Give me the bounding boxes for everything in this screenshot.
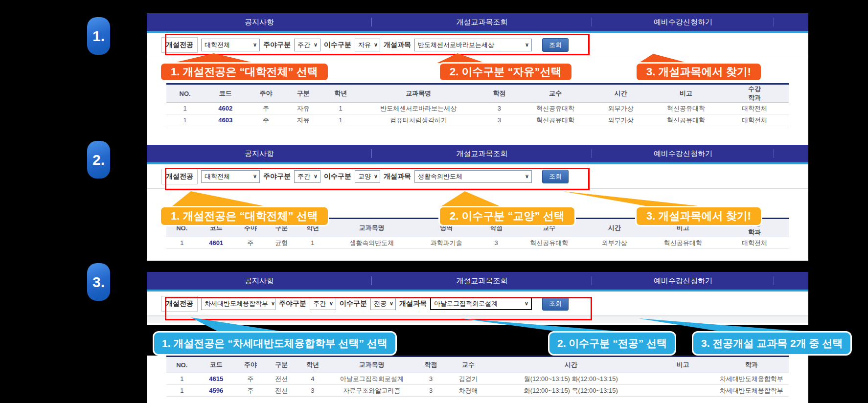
table-cell: 주 [247, 103, 284, 114]
callout-step1-major: 1. 개설전공은 “차세대반도체융합학부 선택” 선택 [153, 331, 397, 356]
table-cell: 차세대반도체융합학부 [714, 373, 789, 385]
tab-course-search[interactable]: 개설교과목조회 [372, 145, 592, 162]
nav-bar: 공지사항 개설교과목조회 예비수강신청하기 [147, 272, 808, 290]
column-header: 코드 [204, 84, 247, 103]
results-table-zone: NO.코드주야구분학년교과목명학점교수시간비고학과14615주전선4아날로그집적… [166, 356, 789, 397]
table-cell: 주 [235, 385, 266, 397]
table-cell [652, 385, 714, 397]
table-cell: 3 [297, 385, 328, 397]
table-cell: 차세대반도체융합학부 [714, 385, 789, 397]
column-header: 구분 [285, 84, 322, 103]
column-header: 시간 [590, 84, 652, 103]
table-row: 14602주자유1반도체센서로바라보는세상3혁신공유대학외부가상혁신공유대학대학… [166, 103, 789, 114]
table-cell: 반도체센서로바라보는세상 [359, 103, 478, 114]
table-cell: 생활속의반도체 [328, 237, 415, 249]
table-row: 14601주균형1생활속의반도체과학과기술3혁신공유대학외부가상혁신공유대학대학… [166, 237, 789, 249]
column-header: 교과목명 [359, 84, 478, 103]
table-cell: 화(12:00~13:15) 목(12:00~13:15) [490, 385, 652, 397]
column-header: NO. [166, 84, 204, 103]
table-cell: 외부가상 [590, 114, 652, 126]
table-row: 14615주전선4아날로그집적회로설계3김경기월(12:00~13:15) 화(… [166, 373, 789, 385]
table-cell: 전선 [266, 385, 297, 397]
course-table: NO.코드주야구분학년교과목명학점교수시간비고수강 학과14602주자유1반도체… [166, 83, 789, 126]
column-header: 시간 [490, 357, 652, 373]
nav-separator [774, 18, 774, 26]
screenshot-panel-3-table: NO.코드주야구분학년교과목명학점교수시간비고학과14615주전선4아날로그집적… [147, 356, 808, 403]
table-cell: 자유 [285, 103, 322, 114]
table-cell: 3 [415, 385, 447, 397]
step-3-badge: 3. [87, 263, 110, 301]
table-cell: 혁신공유대학 [652, 103, 720, 114]
column-header: 교수 [521, 84, 590, 103]
tab-notice[interactable]: 공지사항 [147, 13, 372, 31]
table-cell: 아날로그집적회로설계 [328, 373, 415, 385]
table-header-row: NO.코드주야구분학년교과목명학점교수시간비고학과 [166, 357, 789, 373]
course-table: NO.코드주야구분학년교과목명학점교수시간비고학과14615주전선4아날로그집적… [166, 356, 789, 397]
column-header: 학과 [714, 357, 789, 373]
tab-course-search[interactable]: 개설교과목조회 [372, 272, 592, 290]
table-cell: 외부가상 [590, 103, 652, 114]
column-header: NO. [166, 357, 198, 373]
table-cell [652, 373, 714, 385]
table-cell: 1 [322, 114, 359, 126]
nav-separator [774, 276, 774, 285]
tab-course-search[interactable]: 개설교과목조회 [372, 13, 592, 31]
table-cell: 균형 [266, 237, 297, 249]
tab-pre-registration[interactable]: 예비수강신청하기 [592, 272, 774, 290]
callout-step1-major: 1. 개설전공은 “대학전체” 선택 [160, 206, 329, 226]
column-header: 비고 [652, 357, 714, 373]
table-row: 14603주자유1컴퓨터처럼생각하기3혁신공유대학외부가상혁신공유대학대학전체 [166, 114, 789, 126]
column-header: 수강 학과 [720, 84, 789, 103]
course-code-link[interactable]: 4601 [198, 237, 235, 249]
table-cell: 혁신공유대학 [645, 237, 720, 249]
tab-notice[interactable]: 공지사항 [147, 272, 372, 290]
table-cell: 1 [166, 114, 204, 126]
table-cell: 대학전체 [720, 237, 789, 249]
table-cell: 외부가상 [583, 237, 645, 249]
course-code-link[interactable]: 4596 [198, 385, 235, 397]
callout-step2-category: 2. 이수구분 “전공” 선택 [548, 331, 676, 356]
callout-step3-course: 3. 전공개설 교과목 2개 중 선택 [692, 331, 852, 356]
table-cell: 4 [297, 373, 328, 385]
column-header: 비고 [652, 84, 720, 103]
tab-pre-registration[interactable]: 예비수강신청하기 [592, 145, 774, 162]
tab-pre-registration[interactable]: 예비수강신청하기 [592, 13, 774, 31]
column-header: 학점 [478, 84, 521, 103]
course-code-link[interactable]: 4603 [204, 114, 247, 126]
nav-bar: 공지사항 개설교과목조회 예비수강신청하기 [147, 145, 808, 162]
table-cell: 1 [166, 385, 198, 397]
tab-notice[interactable]: 공지사항 [147, 145, 372, 162]
table-cell: 김경기 [446, 373, 490, 385]
step-2-badge: 2. [87, 141, 110, 179]
table-cell: 자료구조와알고리즘 [328, 385, 415, 397]
course-code-link[interactable]: 4602 [204, 103, 247, 114]
table-cell: 주 [235, 373, 266, 385]
table-cell: 대학전체 [720, 114, 789, 126]
table-cell: 1 [166, 373, 198, 385]
table-cell: 주 [247, 114, 284, 126]
column-header: 교과목명 [328, 357, 415, 373]
table-cell: 자유 [285, 114, 322, 126]
table-cell: 컴퓨터처럼생각하기 [359, 114, 478, 126]
table-cell: 1 [322, 103, 359, 114]
column-header: 학년 [322, 84, 359, 103]
course-code-link[interactable]: 4615 [198, 373, 235, 385]
nav-bar: 공지사항 개설교과목조회 예비수강신청하기 [147, 13, 808, 31]
callout-step3-course: 3. 개설과목에서 찾기! [635, 62, 762, 82]
table-cell: 월(12:00~13:15) 화(12:00~13:15) [490, 373, 652, 385]
table-cell: 과학과기술 [415, 237, 478, 249]
table-cell: 대학전체 [720, 103, 789, 114]
table-cell: 1 [166, 237, 198, 249]
callout-step2-category: 2. 이수구분 “교양” 선택 [438, 206, 576, 226]
column-header: 학년 [297, 357, 328, 373]
column-header: 코드 [198, 357, 235, 373]
table-cell: 3 [478, 237, 515, 249]
column-header: 주야 [235, 357, 266, 373]
results-table-zone: NO.코드주야구분학년교과목명학점교수시간비고수강 학과14602주자유1반도체… [166, 83, 789, 126]
table-cell: 혁신공유대학 [652, 114, 720, 126]
table-cell: 혁신공유대학 [521, 114, 590, 126]
column-header: 교수 [446, 357, 490, 373]
table-cell: 3 [478, 114, 521, 126]
table-row: 14596주전선3자료구조와알고리즘3차경애화(12:00~13:15) 목(1… [166, 385, 789, 397]
column-header: 교과목명 [328, 219, 415, 237]
